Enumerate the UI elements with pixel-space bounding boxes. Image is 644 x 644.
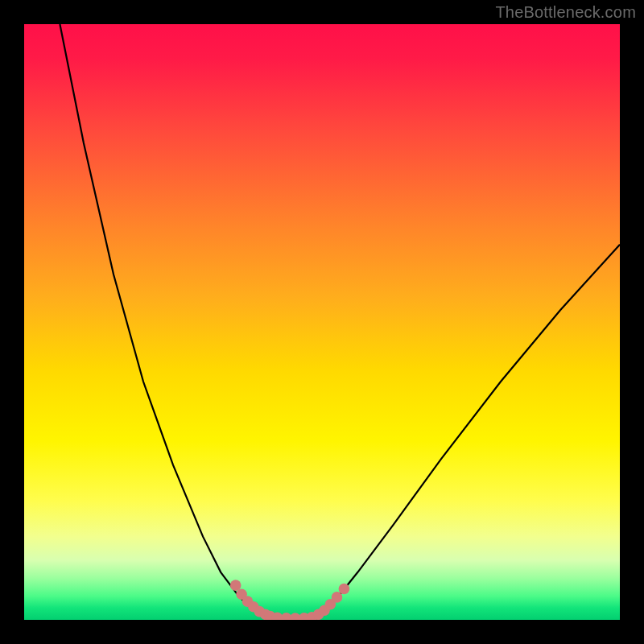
highlight-dots <box>230 580 349 620</box>
bottleneck-curve <box>60 24 620 619</box>
highlight-dot <box>230 580 242 591</box>
curve-layer <box>24 24 620 620</box>
highlight-dot <box>332 592 343 603</box>
highlight-dot <box>339 584 350 595</box>
chart-stage: TheBottleneck.com <box>0 0 644 644</box>
watermark-text: TheBottleneck.com <box>495 3 636 22</box>
plot-area <box>24 24 620 620</box>
